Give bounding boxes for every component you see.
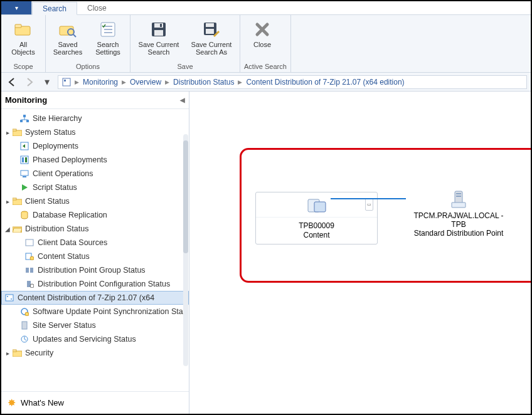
svg-rect-59 (452, 202, 466, 208)
close-x-icon (252, 19, 272, 39)
tree-label: System Status (25, 128, 76, 137)
deployments-icon (19, 141, 30, 151)
tree-label: Client Data Sources (38, 238, 107, 247)
svg-rect-53 (13, 350, 16, 352)
breadcrumb-item[interactable]: Content Distribution of 7-Zip 21.07 (x64… (246, 78, 404, 87)
close-search-button[interactable]: Close (244, 16, 280, 61)
svg-rect-20 (64, 80, 66, 81)
star-icon: ✸ (8, 397, 16, 409)
svg-rect-57 (456, 193, 461, 194)
tree-node-client-data-sources[interactable]: Client Data Sources (1, 236, 189, 250)
app-menu-chip[interactable]: ▾ (1, 1, 32, 14)
tree-node-client-operations[interactable]: Client Operations (1, 167, 189, 181)
tree-node-content-status[interactable]: Content Status (1, 250, 189, 263)
folder-icon (13, 19, 33, 39)
svg-point-40 (30, 256, 34, 260)
chevron-right-icon: ▶ (120, 79, 127, 85)
breadcrumb-item[interactable]: Monitoring (83, 78, 118, 87)
svg-rect-23 (26, 120, 29, 122)
saved-searches-button[interactable]: Saved Searches (50, 16, 86, 61)
search-settings-label: Search Settings (95, 41, 120, 56)
tree-node-site-server-status[interactable]: Site Server Status (1, 318, 189, 332)
ribbon-group-save: Save Current Search Save Current Search … (130, 15, 240, 72)
diagram-dp-node[interactable]: TPCM.PRAJWAL.LOCAL - TPB Standard Distri… (406, 189, 511, 238)
saved-searches-label: Saved Searches (53, 41, 82, 56)
svg-rect-21 (23, 115, 26, 117)
breadcrumb-item[interactable]: Distribution Status (173, 78, 234, 87)
chevron-right-icon: ▶ (237, 79, 243, 85)
tree-node-phased-deployments[interactable]: Phased Deployments (1, 153, 189, 167)
tree-label: Security (25, 349, 53, 357)
svg-rect-33 (23, 176, 26, 177)
tab-close[interactable]: Close (77, 1, 117, 14)
folder-open-icon (11, 224, 23, 234)
ribbon-group-active: Close Active Search (240, 15, 291, 72)
group-label-scope: Scope (5, 61, 41, 72)
tree-label: Software Update Point Synchronization St… (33, 307, 183, 316)
whats-new-label: What's New (21, 398, 64, 407)
collapse-icon[interactable]: ◢ (4, 226, 11, 233)
tree-node-security[interactable]: ▸Security (1, 346, 189, 360)
svg-line-4 (73, 34, 76, 37)
svg-rect-31 (25, 157, 27, 162)
scrollbar-track[interactable] (183, 134, 188, 366)
expand-icon[interactable]: ▸ (4, 350, 11, 357)
tree-node-deployments[interactable]: Deployments (1, 139, 189, 153)
dp-name: TPCM.PRAJWAL.LOCAL - TPB (406, 211, 511, 229)
tree-label: Distribution Point Group Status (38, 266, 146, 275)
tree-node-dp-config-status[interactable]: Distribution Point Configuration Status (1, 277, 189, 291)
tree-node-script-status[interactable]: Script Status (1, 181, 189, 194)
breadcrumb[interactable]: ▶ Monitoring ▶ Overview ▶ Distribution S… (58, 75, 527, 89)
tree-node-client-status[interactable]: ▸Client Status (1, 194, 189, 208)
expand-node-button[interactable]: ▭ (365, 198, 373, 211)
content-pane: ▭ TPB00009 Content ✔ TPCM.PRAJWAL.LOCAL … (189, 92, 531, 414)
expand-icon[interactable]: ▸ (4, 198, 11, 205)
breadcrumb-root-icon (62, 78, 71, 87)
tree-node-site-hierarchy[interactable]: Site Hierarchy (1, 112, 189, 125)
tab-search[interactable]: Search (32, 2, 77, 15)
sidebar-title-bar: Monitoring ◀ (1, 92, 189, 109)
package-icon (306, 196, 328, 214)
tree-node-dp-group-status[interactable]: Distribution Point Group Status (1, 263, 189, 277)
search-settings-button[interactable]: Search Settings (90, 16, 126, 61)
tree-node-database-replication[interactable]: Database Replication (1, 208, 189, 222)
tree-label: Client Operations (33, 169, 93, 178)
ribbon-tabstrip: ▾ Search Close (1, 1, 531, 15)
svg-rect-35 (13, 198, 16, 200)
tree-node-content-distribution-7zip[interactable]: Content Distribution of 7-Zip 21.07 (x64 (1, 291, 189, 305)
save-current-search-as-button[interactable]: Save Current Search As (187, 16, 236, 61)
tree-node-updates-servicing[interactable]: Updates and Servicing Status (1, 332, 189, 346)
all-objects-button[interactable]: All Objects (5, 16, 41, 61)
phased-icon (19, 155, 30, 165)
svg-rect-29 (21, 156, 28, 164)
tree-node-distribution-status[interactable]: ◢Distribution Status (1, 222, 189, 236)
tree-label: Phased Deployments (33, 155, 107, 164)
nav-back-button[interactable] (5, 75, 19, 89)
diagram-content-node[interactable]: ▭ TPB00009 Content (255, 192, 378, 244)
dp-role: Standard Distribution Point (406, 229, 511, 238)
tree-node-system-status[interactable]: ▸System Status (1, 125, 189, 139)
scrollbar-thumb[interactable] (183, 140, 188, 253)
ribbon: All Objects Scope Saved Searches Search … (1, 15, 531, 73)
svg-rect-55 (314, 202, 326, 212)
svg-rect-15 (206, 29, 214, 34)
nav-forward-button[interactable] (23, 75, 36, 89)
save-current-search-button[interactable]: Save Current Search (134, 16, 183, 61)
breadcrumb-item[interactable]: Overview (130, 78, 161, 87)
folder-search-icon (58, 19, 78, 39)
folder-icon (11, 127, 23, 137)
all-objects-label: All Objects (11, 41, 35, 56)
expand-icon[interactable]: ▸ (4, 129, 11, 136)
server-icon (19, 320, 30, 330)
dp-group-icon (24, 265, 35, 275)
tree-node-sup-sync-status[interactable]: Software Update Point Synchronization St… (1, 305, 189, 318)
svg-rect-11 (154, 30, 163, 36)
checklist-icon (98, 19, 118, 39)
tree-label: Distribution Status (25, 224, 88, 233)
content-type-label: Content (299, 231, 334, 240)
floppy-icon (149, 19, 169, 39)
whats-new-button[interactable]: ✸ What's New (1, 391, 189, 414)
collapse-sidebar-icon[interactable]: ◀ (180, 97, 185, 103)
save-current-label: Save Current Search (139, 41, 179, 56)
nav-history-dropdown[interactable]: ▾ (40, 75, 54, 89)
